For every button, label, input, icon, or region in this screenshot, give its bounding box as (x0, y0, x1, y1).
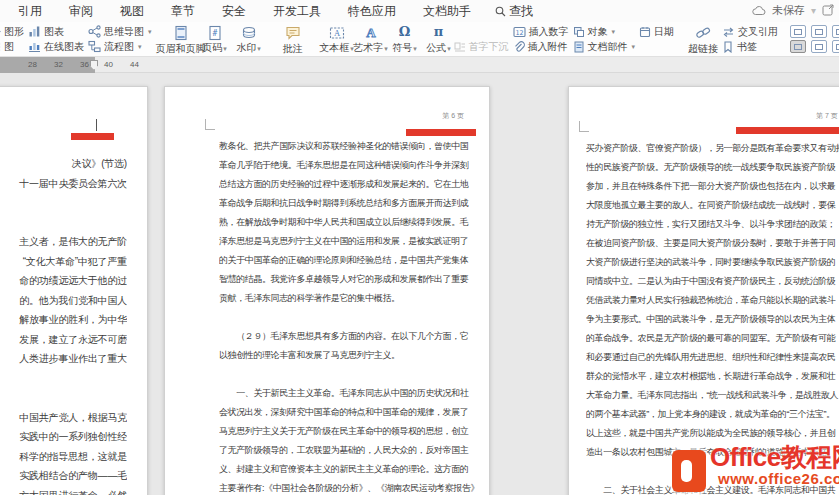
dropdown-arrow-icon: ▾ (612, 28, 616, 36)
view-toggle-outline[interactable] (832, 25, 839, 38)
formula-pi-icon: π (434, 25, 444, 38)
insert-number-label: 插入数字 (529, 25, 569, 39)
red-highlight-bar (736, 127, 839, 134)
page-text: 教条化、把共产国际决议和苏联经验神圣化的错误倾向，曾使中国革命几乎陷于绝境。毛泽… (219, 140, 477, 495)
comment-button[interactable]: 批注 (276, 22, 310, 56)
svg-text:#: # (212, 29, 217, 38)
comment-icon (285, 25, 301, 41)
text-line: 中国共产党人，根据马克 (0, 411, 127, 431)
document-page-right[interactable]: 第 7 页 买办资产阶级、官僚资产阶级），另一部分是既有革命要求又有动摇性的民族… (568, 86, 839, 495)
mindmap-button[interactable]: 思维导图 ▾ (88, 24, 152, 39)
menu-tab[interactable]: 章节 (171, 3, 195, 20)
text-line: 实践相结合的产物——毛 (0, 469, 127, 489)
formula-button[interactable]: π 公式▾ (422, 22, 456, 56)
attachment-button[interactable]: 插入附件 (513, 39, 569, 54)
text-line: 凭借武装力量对人民实行独裁恐怖统治，革命只能以长期的武装斗 (586, 294, 839, 313)
screenshot-button[interactable]: 图 (0, 39, 24, 54)
text-line: 总结这方面的历史经验的过程中逐渐形成和发展起来的。它在土地 (219, 178, 477, 197)
text-line: 和必要通过自己的先锋队用先进思想、组织性和纪律性来提高农民 (586, 351, 839, 370)
text-line: 一、关于新民主主义革命。毛泽东同志从中国的历史状况和社 (219, 387, 477, 406)
docpart-icon (573, 41, 585, 53)
view-toggle-page-mode[interactable] (832, 40, 839, 53)
menu-tab[interactable]: 审阅 (69, 3, 93, 20)
bookmark-button[interactable]: 书签 (722, 39, 778, 54)
text-line: 同情或中立。二是认为由于中国没有资产阶级民主，反动统治阶级 (586, 275, 839, 294)
insert-number-icon: 12 (513, 26, 526, 38)
menu-tab[interactable]: 开发工具 (273, 3, 321, 20)
date-label: 日期 (654, 25, 674, 39)
text-line: 了无产阶级领导的，工农联盟为基础的，人民大众的，反对帝国主 (219, 444, 477, 463)
dropdown-arrow-icon: ▾ (257, 45, 261, 52)
ruler-mark: 32 (54, 60, 63, 69)
menu-tab[interactable]: 安全 (222, 3, 246, 20)
crossref-button[interactable]: 交叉引用 (722, 24, 778, 39)
red-highlight-bar (406, 129, 476, 136)
view-toggle-full-screen[interactable] (790, 25, 806, 38)
document-page-left[interactable]: 决议》(节选)十一届中央委员会第六次主义者，是伟大的无产阶“文化大革命”中犯了严… (0, 86, 148, 495)
attachment-icon (513, 41, 525, 53)
wordart-button[interactable]: A 艺术字▾ (354, 22, 388, 56)
menu-tab[interactable]: 视图 (120, 3, 144, 20)
text-line: 解放事业的胜利，为中华 (0, 313, 127, 333)
object-label: 对象 (588, 25, 608, 39)
share-icon[interactable] (822, 4, 835, 17)
dropdown-arrow-icon: ▾ (138, 43, 142, 51)
text-line: 的关于中国革命的正确的理论原则和经验总结，是中国共产党集体 (219, 254, 477, 273)
ruler-mark: 28 (28, 60, 37, 69)
svg-text:12: 12 (515, 28, 523, 36)
object-button[interactable]: 对象 ▾ (573, 24, 636, 39)
docpart-button[interactable]: 文档部件 ▾ (573, 39, 636, 54)
view-toggle-read-mode[interactable] (811, 40, 827, 53)
attachment-label: 插入附件 (528, 40, 568, 54)
find-menu-item[interactable]: 查找 (495, 3, 533, 20)
ribbon-group-charts: 图表 在线图表 (26, 22, 86, 56)
menu-tab[interactable]: 引用 (18, 3, 42, 20)
menu-tab[interactable]: 文档助手 (423, 3, 471, 20)
docpart-label: 文档部件 (588, 40, 628, 54)
text-line: 革命几乎陷于绝境。毛泽东思想是在同这种错误倾向作斗争并深刻 (219, 159, 477, 178)
screenshot-icon (0, 40, 1, 53)
text-line: 争为主要形式。中国的武装斗争，是无产阶级领导的以农民为主体 (586, 313, 839, 332)
text-line: 大资产阶级进行坚决的武装斗争，同时要继续争取民族资产阶级的 (586, 256, 839, 275)
menu-bar: 引用审阅视图章节安全开发工具特色应用文档助手 查找 未保存 ▾ (0, 0, 839, 22)
text-line: 贡献，毛泽东同志的科学著作是它的集中概括。 (219, 292, 477, 311)
page-number-button[interactable]: # 页码▾ (198, 22, 232, 56)
online-chart-button[interactable]: 在线图表 (28, 39, 84, 54)
dropdown-arrow-icon: ▾ (632, 43, 636, 51)
ruler-mark: 40 (104, 60, 113, 69)
symbol-button[interactable]: Ω 符号▾ (388, 22, 422, 56)
margin-corner-mark (579, 121, 589, 132)
text-line: 买办资产阶级、官僚资产阶级），另一部分是既有革命要求又有动摇 (586, 142, 839, 161)
smart-shape-button[interactable]: 图形 (0, 24, 24, 39)
save-status[interactable]: 未保存 ▾ (752, 3, 835, 18)
online-chart-icon (28, 40, 41, 53)
text-line: 群众的觉悟水平，建立农村根据地，长期进行革命战争，发展和壮 (586, 370, 839, 389)
ribbon-group-shapes: 图形 图 (0, 22, 26, 56)
chart-button[interactable]: 图表 (28, 24, 84, 39)
view-toggle-web-layout[interactable] (811, 25, 827, 38)
text-line (0, 372, 127, 392)
document-page-middle[interactable]: 第 6 页 教条化、把共产国际决议和苏联经验神圣化的错误倾向，曾使中国革命几乎陷… (164, 86, 490, 495)
watermark-button[interactable]: 水印▾ (232, 22, 266, 56)
cloud-icon (752, 6, 766, 16)
hyperlink-button[interactable]: 超链接 (686, 22, 720, 56)
hyperlink-icon (695, 25, 711, 41)
flowchart-button[interactable]: 流程图 ▾ (88, 39, 152, 54)
red-highlight-bar (71, 133, 114, 140)
symbol-label: 符号▾ (392, 42, 417, 54)
watermark-url-text: www.office26.com (718, 470, 839, 487)
header-footer-button[interactable]: 页眉和页脚 (164, 22, 198, 56)
dropcap-button[interactable]: 首字下沉 (454, 39, 509, 54)
insert-number-button[interactable]: 12 插入数字 (513, 24, 569, 39)
textbox-button[interactable]: A 文本框▾ (320, 22, 354, 56)
text-line: 革命战争后期和抗日战争时期得到系统总结和多方面展开而达到成 (219, 197, 477, 216)
dropdown-arrow-icon: ▾ (223, 45, 227, 52)
view-toggle-print-layout[interactable] (790, 40, 806, 53)
page-number-header: 第 7 页 (816, 111, 838, 121)
menu-tab[interactable]: 特色应用 (348, 3, 396, 20)
date-button[interactable]: 日期 (639, 24, 674, 39)
view-toggle-group (790, 22, 839, 56)
horizontal-ruler[interactable]: 28 32 36 40 44 (0, 57, 839, 73)
text-line: 会状况出发，深刻研究中国革命的特点和中国革命的规律，发展了 (219, 406, 477, 425)
menu-tabs: 引用审阅视图章节安全开发工具特色应用文档助手 (0, 3, 471, 20)
